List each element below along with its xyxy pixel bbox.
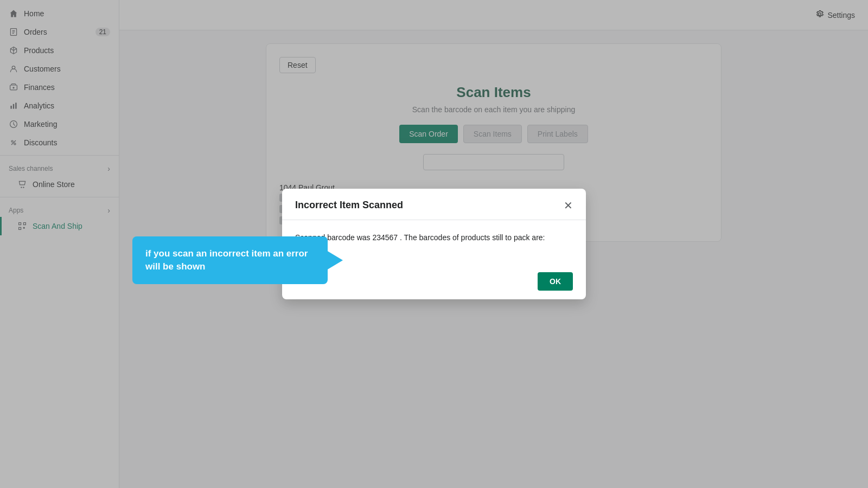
dialog-close-button[interactable]: ✕: [564, 200, 573, 211]
tooltip-bubble: if you scan an incorrect item an error w…: [132, 236, 328, 284]
dialog: Incorrect Item Scanned ✕ Scanned barcode…: [282, 189, 586, 299]
modal-overlay: Incorrect Item Scanned ✕ Scanned barcode…: [0, 0, 868, 488]
dialog-body-text: Scanned barcode was 234567 . The barcode…: [295, 233, 545, 251]
dialog-title: Incorrect Item Scanned: [295, 200, 403, 211]
tooltip-text: if you scan an incorrect item an error w…: [145, 248, 308, 272]
dialog-ok-button[interactable]: OK: [538, 272, 573, 291]
dialog-header: Incorrect Item Scanned ✕: [282, 189, 586, 220]
